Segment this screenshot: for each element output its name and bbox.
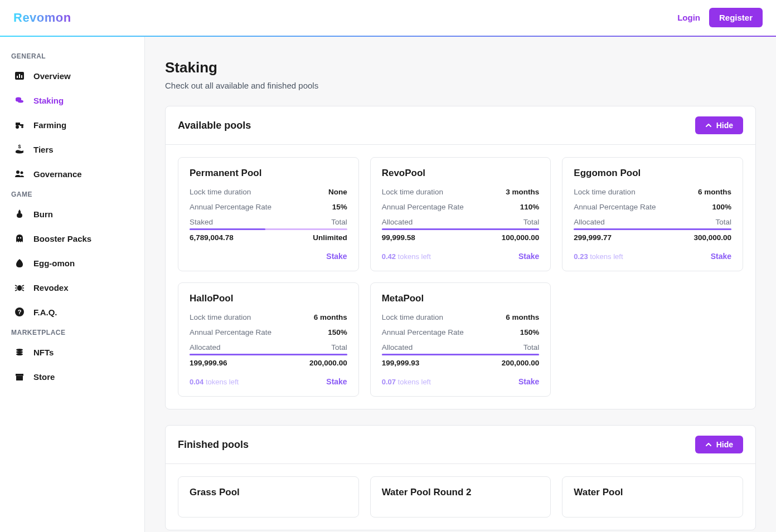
svg-rect-9 — [20, 124, 23, 126]
tokens-left: 0.04 tokens left — [190, 378, 239, 386]
sidebar-item-label: F.A.Q. — [33, 308, 57, 317]
stake-button[interactable]: Stake — [326, 252, 347, 261]
stake-button[interactable]: Stake — [711, 252, 731, 261]
stake-button[interactable]: Stake — [518, 252, 539, 261]
total-value: Unlimited — [313, 233, 347, 242]
sidebar-item-revodex[interactable]: Revodex — [6, 275, 139, 300]
fire-icon — [13, 208, 26, 220]
page-title: Staking — [165, 59, 756, 76]
svg-text:?: ? — [18, 309, 22, 315]
apr-label: Annual Percentage Rate — [382, 328, 464, 336]
total-value: 100,000.00 — [502, 233, 540, 242]
register-button[interactable]: Register — [709, 8, 763, 27]
available-pools-panel: Available pools Hide Permanent PoolLock … — [165, 106, 756, 409]
sidebar: GENERALOverviewStakingFarming$TiersGover… — [0, 37, 145, 532]
sidebar-item-label: Revodex — [33, 283, 69, 292]
sidebar-item-booster-packs[interactable]: Booster Packs — [6, 226, 139, 251]
stake-button[interactable]: Stake — [518, 377, 539, 386]
sidebar-item-store[interactable]: Store — [6, 364, 139, 389]
tokens-left: 0.42 tokens left — [382, 252, 431, 261]
progress-track — [190, 228, 347, 230]
svg-point-8 — [21, 126, 23, 128]
sidebar-item-label: Governance — [33, 169, 82, 179]
svg-point-15 — [17, 285, 22, 291]
sidebar-item-overview[interactable]: Overview — [6, 64, 139, 88]
top-header: Revomon Login Register — [0, 0, 776, 36]
pool-card: Water Pool — [562, 476, 743, 518]
svg-point-11 — [16, 170, 20, 174]
sidebar-item-label: Farming — [33, 120, 66, 130]
total-label: Total — [715, 218, 731, 226]
sidebar-item-egg-omon[interactable]: Egg-omon — [6, 251, 139, 275]
svg-rect-3 — [21, 75, 22, 78]
allocated-label: Allocated — [382, 343, 413, 352]
total-label: Total — [331, 343, 347, 352]
total-label: Total — [523, 218, 540, 226]
pool-card: Eggomon PoolLock time duration6 monthsAn… — [562, 157, 743, 271]
users-icon — [13, 168, 26, 180]
lock-time-value: 6 months — [314, 313, 347, 321]
svg-point-13 — [18, 237, 19, 238]
sidebar-item-label: Booster Packs — [33, 234, 91, 243]
svg-text:$: $ — [18, 144, 21, 149]
available-panel-header: Available pools Hide — [166, 106, 755, 145]
allocated-value: 299,999.77 — [574, 233, 612, 242]
sidebar-item-burn[interactable]: Burn — [6, 202, 139, 226]
sidebar-item-label: Store — [33, 372, 55, 382]
app-logo[interactable]: Revomon — [13, 11, 71, 25]
tractor-icon — [13, 119, 26, 131]
svg-point-14 — [20, 237, 21, 238]
total-value: 200,000.00 — [502, 359, 540, 367]
allocated-value: 6,789,004.78 — [190, 233, 234, 242]
sidebar-item-f-a-q-[interactable]: ?F.A.Q. — [6, 300, 139, 324]
sidebar-item-label: Overview — [33, 71, 71, 81]
pool-card: Grass Pool — [178, 476, 359, 518]
progress-fill — [190, 354, 347, 355]
allocated-value: 199,999.93 — [382, 359, 420, 367]
pool-name: Grass Pool — [190, 487, 347, 498]
hide-available-button[interactable]: Hide — [695, 116, 743, 134]
svg-point-26 — [16, 353, 23, 355]
svg-line-16 — [15, 285, 17, 286]
pool-name: HalloPool — [190, 293, 347, 304]
finished-panel-header: Finished pools Hide — [166, 426, 755, 464]
pool-card: MetaPoolLock time duration6 monthsAnnual… — [370, 282, 551, 397]
sidebar-item-staking[interactable]: Staking — [6, 88, 139, 113]
hide-label: Hide — [716, 440, 733, 449]
apr-label: Annual Percentage Rate — [190, 328, 271, 336]
svg-point-12 — [21, 172, 23, 174]
allocated-label: Allocated — [190, 343, 221, 352]
sidebar-item-governance[interactable]: Governance — [6, 162, 139, 186]
progress-fill — [574, 228, 731, 230]
sidebar-item-farming[interactable]: Farming — [6, 113, 139, 137]
allocated-label: Allocated — [382, 218, 413, 226]
svg-line-21 — [22, 290, 24, 291]
progress-fill — [190, 228, 265, 230]
svg-line-17 — [22, 285, 24, 286]
sidebar-item-label: NFTs — [33, 348, 54, 357]
sidebar-item-tiers[interactable]: $Tiers — [6, 137, 139, 162]
lock-time-value: 6 months — [506, 313, 539, 321]
pool-card: Water Pool Round 2 — [370, 476, 551, 518]
apr-value: 15% — [332, 203, 347, 211]
stake-button[interactable]: Stake — [326, 377, 347, 386]
apr-value: 150% — [328, 328, 347, 336]
svg-line-20 — [15, 290, 17, 291]
login-link[interactable]: Login — [677, 13, 700, 22]
sidebar-section-header: GENERAL — [6, 48, 139, 64]
apr-value: 110% — [520, 203, 540, 211]
sidebar-item-nfts[interactable]: NFTs — [6, 340, 139, 364]
hide-finished-button[interactable]: Hide — [695, 436, 743, 453]
chevron-up-icon — [705, 122, 712, 129]
pool-name: Water Pool — [574, 487, 731, 498]
ghost-icon — [13, 232, 26, 245]
sidebar-item-label: Staking — [33, 96, 64, 105]
main-content: Staking Check out all available and fini… — [145, 37, 776, 532]
lock-time-label: Lock time duration — [190, 188, 251, 196]
sidebar-section-header: MARKETPLACE — [6, 324, 139, 340]
progress-track — [574, 228, 731, 230]
progress-fill — [382, 354, 540, 355]
svg-point-25 — [16, 351, 23, 353]
page-subtitle: Check out all available and finished poo… — [165, 81, 756, 90]
apr-label: Annual Percentage Rate — [574, 203, 656, 211]
